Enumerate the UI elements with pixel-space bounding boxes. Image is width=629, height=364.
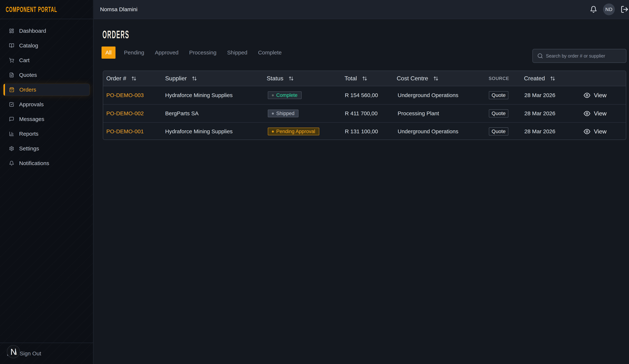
svg-text:N: N xyxy=(10,347,16,357)
